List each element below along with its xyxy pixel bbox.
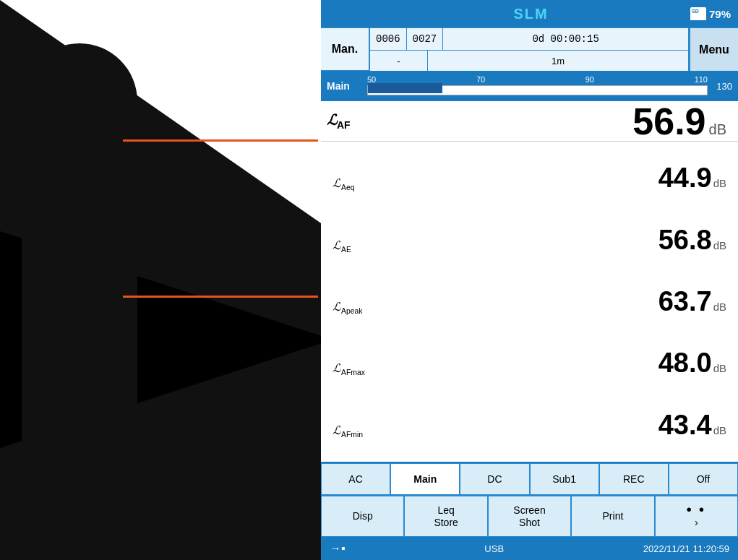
status-icon: →▪ — [330, 542, 346, 555]
header-row: Man. 0006 0027 0d 00:00:15 - 1m Menu — [321, 27, 738, 71]
sd-icon — [690, 7, 706, 20]
button-row-1: AC Main DC Sub1 REC Off — [321, 462, 738, 495]
btn-print[interactable]: Print — [571, 496, 654, 537]
afmin-number: 43.4 — [658, 410, 712, 441]
man-label[interactable]: Man. — [321, 28, 370, 71]
status-bar: →▪ USB 2022/11/21 11:20:59 — [321, 537, 738, 560]
menu-button[interactable]: Menu — [689, 28, 738, 71]
top-bar: SLM 79% — [321, 0, 738, 27]
sd-indicator: 79% — [690, 7, 731, 20]
header-top-row: 0006 0027 0d 00:00:15 — [370, 28, 689, 51]
usb-label: USB — [484, 543, 504, 554]
arrow-box-icon: →▪ — [330, 542, 346, 555]
apeak-value: 63.7 dB — [658, 286, 726, 317]
main-reading-panel: ℒAF 56.9 dB — [321, 101, 738, 142]
counter2: 0027 — [407, 28, 444, 50]
afmin-value: 43.4 dB — [658, 410, 726, 441]
level-bar-label: Main — [327, 80, 363, 92]
btn-dots-more[interactable]: ● ● › — [655, 496, 738, 537]
orange-indicator-line-2 — [123, 296, 318, 298]
main-screen: SLM 79% Man. 0006 0027 0d 00:00:15 - 1m … — [321, 0, 738, 560]
sub-readings-panel: ℒAeq 44.9 dB ℒAE 56.8 dB ℒApeak 63.7 dB — [321, 142, 738, 462]
aeq-unit: dB — [713, 177, 726, 189]
dots-icon: ● ● — [686, 504, 706, 515]
btn-off[interactable]: Off — [669, 463, 738, 495]
level-bar-row: Main 50 70 90 110 130 — [321, 71, 738, 101]
dash-cell: - — [370, 51, 428, 71]
button-row-2: Disp Leq Store Screen Shot Print ● ● › — [321, 495, 738, 537]
reading-row-apeak: ℒApeak 63.7 dB — [332, 286, 726, 317]
reading-row-afmax: ℒAFmax 48.0 dB — [332, 348, 726, 379]
scale-max: 130 — [712, 81, 732, 92]
screen-shot-label: Screen Shot — [513, 504, 545, 529]
app-title: SLM — [372, 6, 690, 22]
afmax-value: 48.0 dB — [658, 348, 726, 379]
level-bar-fill — [368, 83, 442, 93]
aeq-label: ℒAeq — [332, 176, 405, 191]
aeq-value: 44.9 dB — [658, 163, 726, 194]
ae-label: ℒAE — [332, 238, 405, 254]
apeak-label: ℒApeak — [332, 300, 405, 315]
reading-row-afmin: ℒAFmin 43.4 dB — [332, 410, 726, 441]
afmax-label: ℒAFmax — [332, 361, 405, 376]
orange-indicator-line-1 — [123, 139, 318, 142]
btn-disp[interactable]: Disp — [321, 496, 404, 537]
afmin-label: ℒAFmin — [332, 423, 405, 439]
interval-cell: 1m — [428, 51, 689, 71]
apeak-unit: dB — [713, 301, 726, 313]
btn-rec[interactable]: REC — [599, 463, 669, 495]
main-number: 56.9 — [632, 103, 705, 140]
level-bar-background — [367, 85, 708, 95]
microphone-silhouette — [22, 43, 137, 535]
ae-number: 56.8 — [658, 225, 712, 256]
counter1: 0006 — [370, 28, 407, 50]
level-scale: 50 70 90 110 — [367, 75, 708, 97]
btn-ac[interactable]: AC — [321, 463, 390, 495]
reading-row-aeq: ℒAeq 44.9 dB — [332, 163, 726, 194]
aeq-number: 44.9 — [658, 163, 712, 194]
reading-row-ae: ℒAE 56.8 dB — [332, 225, 726, 256]
main-reading-value: 56.9 dB — [632, 103, 726, 140]
afmax-number: 48.0 — [658, 348, 712, 379]
afmax-unit: dB — [713, 362, 726, 374]
chevron-right-icon: › — [695, 517, 698, 529]
scale-70: 70 — [476, 75, 485, 84]
datetime-display: 2022/11/21 11:20:59 — [643, 543, 729, 554]
main-reading-label: ℒAF — [327, 111, 351, 131]
btn-leq-store[interactable]: Leq Store — [404, 496, 487, 537]
battery-level: 79% — [709, 8, 731, 20]
btn-sub1[interactable]: Sub1 — [530, 463, 599, 495]
scale-110: 110 — [695, 75, 708, 84]
time-display: 0d 00:00:15 — [443, 28, 689, 50]
main-unit: dB — [709, 121, 726, 138]
header-bottom-row: - 1m — [370, 51, 689, 71]
afmin-unit: dB — [713, 424, 726, 436]
leq-store-label: Leq Store — [434, 504, 458, 529]
ae-unit: dB — [713, 239, 726, 251]
ae-value: 56.8 dB — [658, 225, 726, 256]
btn-main[interactable]: Main — [390, 463, 460, 495]
scale-90: 90 — [585, 75, 594, 84]
btn-screen-shot[interactable]: Screen Shot — [488, 496, 571, 537]
header-counters: 0006 0027 0d 00:00:15 - 1m — [370, 28, 689, 71]
btn-dc[interactable]: DC — [460, 463, 529, 495]
apeak-number: 63.7 — [658, 286, 712, 317]
